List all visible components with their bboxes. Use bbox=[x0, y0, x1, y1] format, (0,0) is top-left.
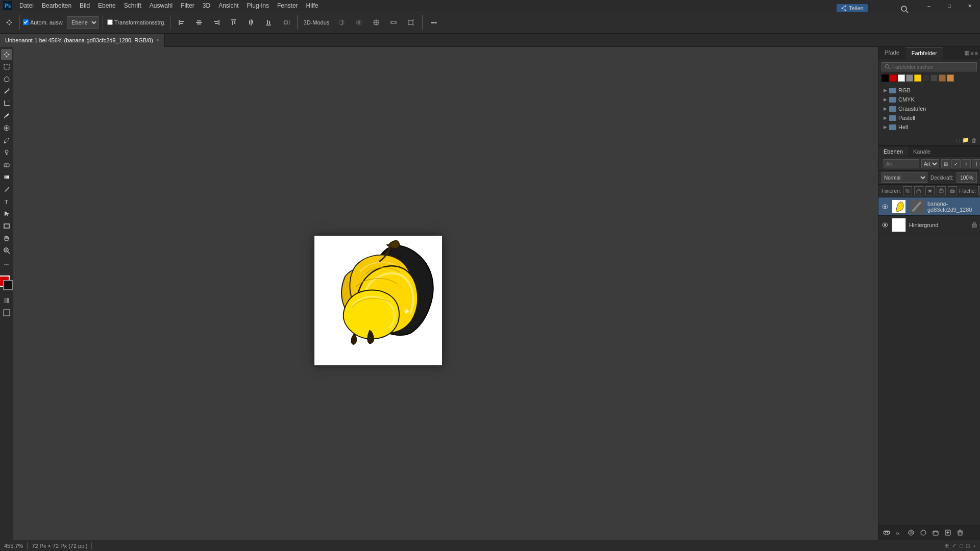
eyedropper-tool[interactable] bbox=[1, 110, 12, 121]
align-right-button[interactable] bbox=[209, 15, 224, 30]
menu-fenster[interactable]: Fenster bbox=[273, 0, 302, 11]
hand-tool[interactable] bbox=[1, 233, 12, 244]
menu-filter[interactable]: Filter bbox=[177, 0, 199, 11]
layer-visibility-hintergrund[interactable] bbox=[881, 221, 889, 229]
tab-farbfelder[interactable]: Farbfelder bbox=[905, 47, 943, 59]
lock-all-button[interactable] bbox=[948, 186, 957, 195]
align-middle-h-button[interactable] bbox=[244, 15, 258, 30]
canvas-area[interactable] bbox=[13, 47, 878, 540]
path-selection-tool[interactable] bbox=[1, 208, 12, 219]
menu-auswahl[interactable]: Auswahl bbox=[145, 0, 177, 11]
lasso-tool[interactable] bbox=[1, 73, 12, 85]
layer-ctrl-3[interactable]: + bbox=[962, 159, 971, 168]
delete-swatch-button[interactable]: 🗑 bbox=[971, 137, 977, 143]
menu-bearbeiten[interactable]: Bearbeiten bbox=[38, 0, 76, 11]
zoom-tool[interactable] bbox=[1, 245, 12, 256]
tab-kanale[interactable]: Kanäle bbox=[908, 146, 936, 157]
more-tools-button[interactable]: ••• bbox=[1, 259, 12, 270]
swatch-group-hell[interactable]: ▶ Hell bbox=[881, 122, 977, 132]
menu-datei[interactable]: Datei bbox=[15, 0, 38, 11]
swatch-darkgray[interactable] bbox=[922, 74, 929, 82]
align-center-v-button[interactable] bbox=[192, 15, 206, 30]
layer-filter-select[interactable]: Art bbox=[921, 159, 939, 168]
rectangle-tool[interactable] bbox=[1, 220, 12, 232]
background-color[interactable] bbox=[3, 280, 13, 290]
layer-link-button[interactable] bbox=[881, 528, 892, 538]
folder-swatch-button[interactable]: 📁 bbox=[962, 137, 969, 143]
layer-new-button[interactable] bbox=[943, 528, 953, 538]
swatch-tan[interactable] bbox=[947, 74, 954, 82]
selection-tool[interactable] bbox=[1, 61, 12, 72]
layer-group-button[interactable] bbox=[930, 528, 941, 538]
opacity-input[interactable] bbox=[957, 172, 977, 183]
align-left-button[interactable] bbox=[175, 15, 189, 30]
swatch-black[interactable] bbox=[881, 74, 889, 82]
crop-tool[interactable] bbox=[1, 98, 12, 109]
layer-item-banana[interactable]: banana-gd83cfc2d9_1280 bbox=[878, 197, 980, 216]
tab-ebenen[interactable]: Ebenen bbox=[878, 146, 908, 157]
swatch-group-rgb[interactable]: ▶ RGB bbox=[881, 86, 977, 95]
text-tool[interactable]: T bbox=[1, 196, 12, 207]
menu-bild[interactable]: Bild bbox=[76, 0, 94, 11]
lock-position-button[interactable] bbox=[925, 186, 935, 195]
align-top-button[interactable] bbox=[227, 15, 241, 30]
swatch-red[interactable] bbox=[890, 74, 897, 82]
magic-wand-tool[interactable] bbox=[1, 86, 12, 97]
panel-list-icon[interactable]: ≡ bbox=[970, 50, 973, 56]
healing-tool[interactable] bbox=[1, 122, 12, 134]
share-button[interactable]: Teilen bbox=[837, 4, 868, 12]
layer-mask-button[interactable] bbox=[906, 528, 916, 538]
layer-ctrl-4[interactable]: T bbox=[972, 159, 980, 168]
status-icon-5[interactable]: + bbox=[973, 543, 976, 549]
eraser-tool[interactable] bbox=[1, 159, 12, 170]
lock-transparent-button[interactable] bbox=[903, 186, 912, 195]
gradient-tool[interactable] bbox=[1, 171, 12, 183]
swatch-group-cmyk[interactable]: ▶ CMYK bbox=[881, 95, 977, 104]
layer-visibility-banana[interactable] bbox=[881, 203, 889, 210]
lock-artboard-button[interactable] bbox=[937, 186, 946, 195]
layer-item-hintergrund[interactable]: Hintergrund bbox=[878, 216, 980, 234]
maximize-button[interactable]: □ bbox=[939, 0, 960, 11]
blend-mode-select[interactable]: Normal bbox=[881, 172, 927, 183]
menu-ansicht[interactable]: Ansicht bbox=[214, 0, 242, 11]
layer-search-input[interactable] bbox=[884, 159, 919, 168]
menu-schrift[interactable]: Schrift bbox=[120, 0, 145, 11]
status-icon-4[interactable]: □ bbox=[966, 543, 970, 549]
screen-mode-button[interactable] bbox=[1, 307, 12, 318]
layer-select[interactable]: Ebene bbox=[67, 16, 99, 29]
swatch-yellow[interactable] bbox=[914, 74, 921, 82]
menu-plugins[interactable]: Plug-ins bbox=[243, 0, 273, 11]
create-swatch-button[interactable]: □ bbox=[957, 137, 960, 143]
3d-scale-button[interactable] bbox=[404, 15, 418, 30]
search-button[interactable] bbox=[900, 5, 909, 15]
layer-ctrl-1[interactable]: ⊞ bbox=[941, 159, 950, 168]
distribute-button[interactable] bbox=[279, 15, 293, 30]
3d-slide-button[interactable] bbox=[386, 15, 401, 30]
swatch-white[interactable] bbox=[898, 74, 905, 82]
status-icon-1[interactable]: ⊞ bbox=[944, 542, 949, 549]
move-tool-button[interactable] bbox=[2, 15, 16, 30]
tab-pfade[interactable]: Pfade bbox=[878, 47, 905, 59]
lock-image-button[interactable] bbox=[914, 186, 923, 195]
panel-grid-icon[interactable]: ▦ bbox=[964, 49, 969, 56]
swatch-group-pastell[interactable]: ▶ Pastell bbox=[881, 113, 977, 122]
auto-select-checkbox[interactable] bbox=[23, 19, 29, 25]
layer-delete-button[interactable] bbox=[955, 528, 965, 538]
3d-rotate-button[interactable] bbox=[334, 15, 349, 30]
transform-checkbox[interactable] bbox=[107, 19, 113, 25]
swatch-search-input[interactable] bbox=[881, 62, 977, 71]
3d-pan-button[interactable] bbox=[369, 15, 383, 30]
tab-close-button[interactable]: × bbox=[156, 37, 159, 43]
layer-ctrl-2[interactable]: ✓ bbox=[951, 159, 961, 168]
swatch-midgray[interactable] bbox=[930, 74, 938, 82]
clone-stamp-tool[interactable] bbox=[1, 147, 12, 158]
quick-mask-button[interactable] bbox=[1, 295, 12, 306]
align-bottom-button[interactable] bbox=[261, 15, 276, 30]
status-icon-3[interactable]: □ bbox=[960, 543, 963, 549]
3d-roll-button[interactable] bbox=[352, 15, 366, 30]
swatch-gray[interactable] bbox=[906, 74, 913, 82]
brush-tool[interactable] bbox=[1, 135, 12, 146]
layer-adjustment-button[interactable] bbox=[918, 528, 928, 538]
document-tab[interactable]: Unbenannt-1 bei 456% (banana-gd83cfc2d9_… bbox=[0, 34, 165, 47]
panel-menu-icon[interactable]: ≡ bbox=[975, 50, 978, 56]
